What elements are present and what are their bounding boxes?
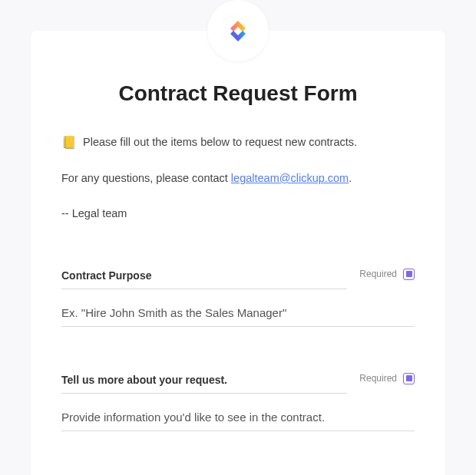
required-indicator: Required xyxy=(359,269,415,280)
required-label: Required xyxy=(359,269,397,279)
signoff: -- Legal team xyxy=(61,206,415,223)
contact-email-link[interactable]: legalteam@clickup.com xyxy=(231,172,349,184)
required-checkbox-icon xyxy=(403,269,415,280)
required-indicator: Required xyxy=(359,373,415,384)
field-label: Contract Purpose xyxy=(61,269,151,282)
request-details-input[interactable]: Provide information you'd like to see in… xyxy=(61,411,415,431)
placeholder: Ex. "Hire John Smith as the Sales Manage… xyxy=(61,306,286,319)
contact-line: For any questions, please contact legalt… xyxy=(61,170,415,187)
field-contract-purpose: Contract Purpose Required Ex. "Hire John… xyxy=(61,269,415,327)
logo-badge xyxy=(207,0,269,61)
required-checkbox-icon xyxy=(403,373,415,384)
form-card: Contract Request Form 📒 Please fill out … xyxy=(31,31,445,475)
field-label: Tell us more about your request. xyxy=(61,374,227,386)
contact-prefix: For any questions, please contact xyxy=(61,172,231,184)
intro-instruction: 📒 Please fill out the items below to req… xyxy=(61,134,415,152)
field-request-details: Tell us more about your request. Require… xyxy=(61,373,415,431)
intro-block: 📒 Please fill out the items below to req… xyxy=(61,134,415,223)
memo-icon: 📒 xyxy=(61,134,77,152)
contract-purpose-input[interactable]: Ex. "Hire John Smith as the Sales Manage… xyxy=(61,306,415,327)
intro-text: Please fill out the items below to reque… xyxy=(83,134,357,151)
contact-suffix: . xyxy=(349,172,352,184)
clickup-logo-icon xyxy=(224,17,252,45)
form-title: Contract Request Form xyxy=(61,81,415,106)
required-label: Required xyxy=(359,373,397,384)
placeholder: Provide information you'd like to see in… xyxy=(61,411,325,424)
